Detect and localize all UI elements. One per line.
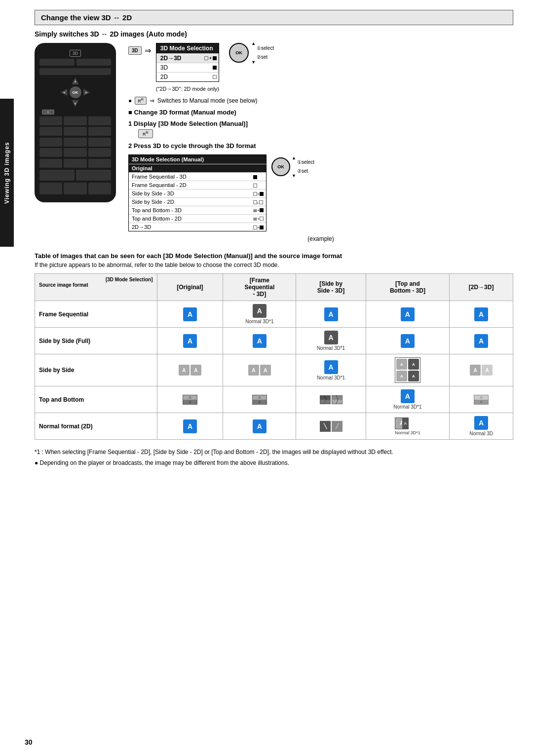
manual-mode-header: ■ Change 3D format (Manual mode): [128, 109, 513, 116]
col-2d3d: [2D→3D]: [450, 274, 513, 301]
manual-table-header: 3D Mode Selection (Manual): [129, 155, 266, 164]
row-sbs: Side by Side: [35, 354, 157, 386]
mode-row-3d: 3D: [156, 63, 211, 72]
col-top-bottom: [Top andBottom - 3D]: [366, 274, 449, 301]
cell-sbsf-2d3d: A: [450, 328, 513, 354]
cell-fs-2d3d: A: [450, 301, 513, 328]
col-frame-seq: [FrameSequential- 3D]: [223, 274, 296, 301]
cell-n2d-2d3d: A Normal 3D: [450, 413, 513, 440]
row-top-bottom: Top and Bottom: [35, 386, 157, 413]
section-title: Change the view 3D ↔ 2D: [35, 10, 513, 25]
table-row: Side by Side (Full) A A A Normal 3D*1: [35, 328, 513, 354]
cell-fs-sbs: A: [296, 301, 366, 328]
col-side-by-side: [Side bySide - 3D]: [296, 274, 366, 301]
cell-sbs-sbs: A Normal 3D*1: [296, 354, 366, 386]
cell-tb-2d3d: A ∧: [450, 386, 513, 413]
corner-label: [3D Mode Selection]: [106, 277, 153, 282]
row-frame-sequential: Frame Sequential: [35, 301, 157, 328]
switch-note: ● RR ⇒ Switches to Manual mode (see belo…: [128, 97, 513, 105]
set-label: ②set: [257, 53, 274, 62]
cell-sbsf-tb: A: [366, 328, 449, 354]
manual-mode-table: 3D Mode Selection (Manual) Original Fram…: [128, 154, 266, 231]
cell-fs-tb: A: [366, 301, 449, 328]
cell-n2d-sbs: ╲ ╱: [296, 413, 366, 440]
instructions-panel: 3D ⇒ 3D Mode Selection 2D→3D +: [128, 43, 513, 242]
cell-n2d-tb: A A Normal 3D*1: [366, 413, 449, 440]
sidebar-viewing-3d: Viewing 3D images: [0, 99, 14, 247]
table-row: Normal format (2D) A A ╲: [35, 413, 513, 440]
set-label-2: ②set: [297, 167, 314, 176]
mode-table-header: 3D Mode Selection: [156, 43, 219, 53]
row-sbs-full: Side by Side (Full): [35, 328, 157, 354]
cell-fs-orig: A: [157, 301, 223, 328]
table-row: Side by Side A A A: [35, 354, 513, 386]
mode-row-2d3d: 2D→3D: [156, 54, 202, 63]
source-label: Source image format: [39, 282, 88, 288]
footnotes-section: *1 : When selecting [Frame Sequential - …: [35, 448, 513, 468]
col-original: [Original]: [157, 274, 223, 301]
bottom-table-section: Table of images that can be seen for eac…: [35, 252, 513, 468]
mode-table-note: ("2D→3D": 2D mode only): [156, 86, 219, 92]
mode-selection-table: [3D Mode Selection] Source image format …: [35, 273, 513, 440]
cell-fs-frameseq: A Normal 3D*1: [223, 301, 296, 328]
mode-row-2d: 2D: [156, 73, 211, 81]
cell-sbsf-orig: A: [157, 328, 223, 354]
cell-sbs-frameseq: A A: [223, 354, 296, 386]
example-label: (example): [128, 235, 513, 242]
table-title-normal: If the picture appears to be abnormal, r…: [35, 262, 513, 268]
select-label-2: ①select: [297, 158, 314, 167]
cell-sbsf-sbs: A Normal 3D*1: [296, 328, 366, 354]
cell-tb-tb: A Normal 3D*1: [366, 386, 449, 413]
cell-n2d-orig: A: [157, 413, 223, 440]
cell-sbs-orig: A A: [157, 354, 223, 386]
cell-tb-sbs: ╲ ╱ ╲ ╱: [296, 386, 366, 413]
table-row: Frame Sequential A A Normal 3D*1: [35, 301, 513, 328]
cell-sbs-tb: A A A A: [366, 354, 449, 386]
cell-n2d-frameseq: A: [223, 413, 296, 440]
table-title-bold: Table of images that can be seen for eac…: [35, 252, 513, 260]
step2-label: 2 Press 3D to cycle through the 3D forma…: [128, 142, 513, 150]
cell-sbsf-frameseq: A: [223, 328, 296, 354]
select-label: ①select: [257, 44, 274, 53]
auto-mode-subheader: Simply switches 3D ↔ 2D images (Auto mod…: [35, 30, 513, 38]
cell-tb-orig: A ∧: [157, 386, 223, 413]
page-number: 30: [25, 738, 33, 746]
cell-sbs-2d3d: A A: [450, 354, 513, 386]
footnote-1: *1 : When selecting [Frame Sequential - …: [35, 448, 513, 457]
remote-illustration: 3D ▲ ▼ ◄ ► OK: [35, 43, 118, 242]
row-normal-2d: Normal format (2D): [35, 413, 157, 440]
footnote-2: ● Depending on the player or broadcasts,…: [35, 458, 513, 468]
step1-label: 1 Display [3D Mode Selection (Manual)]: [128, 120, 513, 127]
cell-tb-frameseq: A ∧: [223, 386, 296, 413]
table-row: Top and Bottom A ∧ A: [35, 386, 513, 413]
